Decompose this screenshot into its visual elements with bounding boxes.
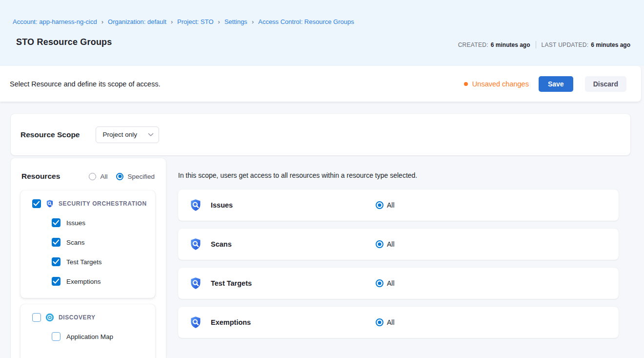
radio-all-access[interactable] (376, 318, 383, 326)
created-updated-meta: CREATED: 6 minutes ago LAST UPDATED: 6 m… (458, 41, 630, 48)
discard-button[interactable]: Discard (585, 76, 626, 92)
radio-all[interactable]: All (89, 173, 107, 180)
group-label: DISCOVERY (59, 314, 96, 321)
radio-all-access-label: All (387, 318, 395, 326)
breadcrumb-organization[interactable]: Organization: default (108, 18, 166, 25)
resource-group-card-security-orchestration: SECURITY ORCHESTRATION Issues Scans Test… (20, 190, 155, 298)
sto-shield-icon (189, 198, 202, 214)
resource-scope-card: Resource Scope Project only (11, 114, 630, 155)
scope-description: In this scope, users get access to all r… (178, 171, 417, 179)
unsaved-changes-label: Unsaved changes (472, 80, 529, 88)
resource-card-title: Test Targets (211, 279, 252, 287)
chevron-right-icon: › (252, 19, 254, 25)
breadcrumb-settings[interactable]: Settings (224, 18, 247, 25)
resource-card-exemptions: Exemptions All (178, 307, 619, 338)
resource-scope-select[interactable]: Project only (96, 126, 159, 143)
radio-all-label: All (100, 173, 107, 180)
radio-icon[interactable] (116, 173, 123, 180)
last-updated-value: 6 minutes ago (591, 42, 630, 48)
tree-item-issues[interactable]: Issues (52, 213, 155, 232)
save-button[interactable]: Save (539, 76, 573, 92)
toolbar: Select Resource and define its scope of … (0, 66, 641, 102)
tree-item-label: Exemptions (66, 278, 101, 285)
tree-item-label: Test Targets (66, 258, 102, 266)
created-label: CREATED: (458, 42, 488, 48)
sto-shield-icon (189, 316, 202, 331)
meta-divider (536, 41, 536, 48)
discovery-icon (45, 313, 54, 322)
group-label: SECURITY ORCHESTRATION (59, 200, 147, 207)
unsaved-changes-indicator: Unsaved changes (464, 80, 529, 88)
tree-item-label: Scans (66, 239, 85, 246)
radio-icon[interactable] (89, 173, 96, 180)
radio-specified[interactable]: Specified (116, 173, 155, 180)
breadcrumb-account[interactable]: Account: app-harness-ng-cicd (13, 18, 97, 25)
breadcrumb-access-control[interactable]: Access Control: Resource Groups (258, 18, 354, 25)
sto-shield-icon (45, 199, 54, 208)
checkbox-checked-icon[interactable] (52, 238, 60, 247)
radio-all-access-label: All (387, 279, 395, 287)
checkbox-checked-icon[interactable] (52, 257, 60, 266)
tree-item-label: Issues (66, 219, 85, 227)
resource-card-issues: Issues All (178, 190, 619, 221)
resources-panel-title: Resources (21, 172, 60, 181)
toolbar-description: Select Resource and define its scope of … (10, 80, 161, 88)
resource-group-card-discovery: DISCOVERY Application Map (20, 304, 155, 358)
resource-card-title: Issues (211, 201, 233, 209)
resource-card-title: Scans (211, 240, 232, 248)
last-updated-label: LAST UPDATED: (542, 42, 589, 48)
radio-all-access[interactable] (376, 240, 383, 248)
resource-card-scans: Scans All (178, 229, 619, 260)
chevron-down-icon (148, 133, 154, 137)
breadcrumb: Account: app-harness-ng-cicd › Organizat… (13, 18, 354, 25)
checkbox-checked-icon[interactable] (32, 199, 41, 208)
tree-item-label: Application Map (66, 333, 113, 340)
tree-item-scans[interactable]: Scans (52, 232, 155, 252)
chevron-right-icon: › (101, 19, 103, 25)
chevron-right-icon: › (218, 19, 220, 25)
checkbox-unchecked-icon[interactable] (52, 332, 60, 341)
checkbox-checked-icon[interactable] (52, 218, 60, 227)
radio-all-access-label: All (387, 201, 395, 209)
resource-scope-selected-value: Project only (102, 131, 137, 138)
sto-shield-icon (189, 237, 202, 253)
checkbox-checked-icon[interactable] (52, 277, 60, 286)
created-value: 6 minutes ago (491, 42, 530, 48)
page-title: STO Resource Groups (16, 37, 112, 47)
unsaved-dot-icon (464, 82, 468, 86)
group-row-security-orchestration[interactable]: SECURITY ORCHESTRATION (20, 190, 155, 210)
group-row-discovery[interactable]: DISCOVERY (20, 304, 155, 323)
header-band: Account: app-harness-ng-cicd › Organizat… (0, 0, 644, 66)
radio-all-access-label: All (387, 240, 395, 248)
resource-card-title: Exemptions (211, 318, 251, 326)
radio-specified-label: Specified (127, 173, 155, 180)
chevron-right-icon: › (171, 19, 173, 25)
tree-item-application-map[interactable]: Application Map (52, 327, 155, 346)
resource-type-cards: Issues All Scans All Test Targets (178, 190, 619, 346)
resources-panel: Resources All Specified (11, 158, 166, 358)
tree-item-test-targets[interactable]: Test Targets (52, 252, 155, 272)
resource-scope-label: Resource Scope (20, 130, 80, 139)
radio-all-access[interactable] (376, 201, 383, 209)
checkbox-unchecked-icon[interactable] (32, 313, 41, 322)
resource-card-test-targets: Test Targets All (178, 268, 619, 299)
tree-item-exemptions[interactable]: Exemptions (52, 272, 155, 291)
resources-mode-radio-group: All Specified (80, 173, 155, 180)
radio-all-access[interactable] (376, 279, 383, 287)
breadcrumb-project[interactable]: Project: STO (177, 18, 213, 25)
sto-shield-icon (189, 276, 202, 292)
